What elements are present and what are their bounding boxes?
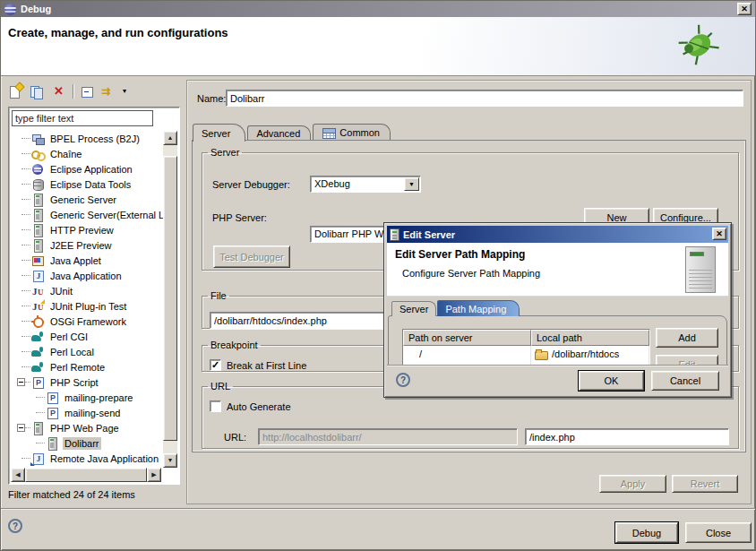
tree-item-perl-remote[interactable]: Perl Remote <box>9 359 163 375</box>
dialog-title-bar[interactable]: Edit Server <box>387 226 728 243</box>
chain-icon <box>30 147 45 161</box>
dialog-help-icon[interactable]: ? <box>396 373 410 387</box>
filter-input[interactable] <box>12 110 153 126</box>
footer-separator <box>1 508 755 510</box>
eclipse-icon <box>4 4 16 15</box>
break-first-line-checkbox[interactable]: ✓ <box>210 359 221 371</box>
edit-server-dialog: Edit Server ✕ Edit Server Path Mapping C… <box>383 222 732 398</box>
title-bar[interactable]: Debug <box>1 1 755 17</box>
scroll-right-icon[interactable]: ▶ <box>147 468 161 482</box>
url-base-input[interactable] <box>258 428 518 445</box>
php-icon <box>30 375 45 390</box>
scroll-left-icon[interactable]: ◀ <box>11 468 25 482</box>
tree-item-java-applet[interactable]: Java Applet <box>9 253 163 268</box>
server-icon <box>30 238 45 253</box>
scrollbar-thumb[interactable] <box>25 468 147 482</box>
tree-item-eclipse-data-tools[interactable]: Eclipse Data Tools <box>9 176 163 192</box>
table-row[interactable]: / /dolibarr/htdocs <box>403 346 649 362</box>
cancel-button[interactable]: Cancel <box>651 371 719 391</box>
tree-item-php-web-page[interactable]: PHP Web Page <box>9 420 163 435</box>
database-icon <box>30 177 45 192</box>
tree-item-php-script[interactable]: PHP Script <box>9 375 163 390</box>
tree-item-perl-cgi[interactable]: Perl CGI <box>9 329 163 344</box>
server-debugger-select[interactable]: XDebug ▼ <box>310 176 421 193</box>
junit-icon <box>30 284 45 298</box>
window-close-button[interactable]: ✕ <box>737 3 752 15</box>
computer-icon <box>30 132 45 146</box>
auto-generate-label: Auto Generate <box>227 401 291 412</box>
dialog-header: Edit Server Path Mapping Configure Serve… <box>387 243 728 297</box>
tree-item-perl-local[interactable]: Perl Local <box>9 344 163 359</box>
dialog-close-button[interactable]: ✕ <box>712 228 726 240</box>
dialog-tab-server[interactable]: Server <box>391 301 436 316</box>
tree-item-generic-server[interactable]: Generic Server <box>9 192 163 207</box>
column-path-on-server[interactable]: Path on server <box>403 330 531 346</box>
scroll-down-icon[interactable]: ▼ <box>163 453 177 468</box>
tree-item-chaine[interactable]: Chaîne <box>9 146 163 161</box>
server-tower-icon <box>685 246 716 293</box>
tree-item-mailing-prepare[interactable]: mailing-prepare <box>9 390 163 405</box>
apply-button[interactable]: Apply <box>599 475 666 493</box>
dialog-tab-path-mapping[interactable]: Path Mapping <box>437 300 520 316</box>
tree-vertical-scrollbar[interactable]: ▲ ▼ <box>163 131 177 468</box>
close-icon: ✕ <box>716 229 723 238</box>
debug-button[interactable]: Debug <box>615 522 678 543</box>
dropdown-button[interactable]: ▼ <box>404 177 419 191</box>
add-mapping-button[interactable]: Add <box>656 328 718 348</box>
collapse-toggle-icon[interactable] <box>17 424 25 432</box>
ok-button[interactable]: OK <box>579 371 644 391</box>
tree-item-generic-server-external[interactable]: Generic Server(External La <box>9 207 163 222</box>
chevron-down-icon: ▼ <box>408 181 415 187</box>
php-icon <box>45 391 59 405</box>
tab-server[interactable]: Server <box>193 124 245 142</box>
debug-window: Debug ✕ Create, manage, and run configur… <box>0 0 756 551</box>
close-button[interactable]: Close <box>685 522 752 543</box>
filter-icon[interactable]: ⇉ <box>101 84 116 99</box>
collapse-toggle-icon[interactable] <box>17 378 25 386</box>
tab-advanced[interactable]: Advanced <box>247 125 311 141</box>
config-tree-panel: BPEL Process (B2J) Chaîne Eclipse Applic… <box>8 107 180 485</box>
tree-item-junit[interactable]: JUnit <box>9 283 163 298</box>
new-config-icon[interactable] <box>8 84 23 99</box>
close-icon: ✕ <box>741 4 748 13</box>
revert-button[interactable]: Revert <box>672 475 738 493</box>
java-icon <box>30 269 45 283</box>
file-group-legend: File <box>208 290 229 301</box>
tree-item-mailing-send[interactable]: mailing-send <box>9 405 163 420</box>
url-path-input[interactable] <box>525 428 729 445</box>
auto-generate-checkbox[interactable] <box>210 400 221 412</box>
toolbar-menu-arrow-icon[interactable]: ▾ <box>123 84 132 99</box>
scrollbar-thumb[interactable] <box>163 156 177 441</box>
test-debugger-button[interactable]: Test Debugger <box>213 245 290 268</box>
tree-item-eclipse-application[interactable]: Eclipse Application <box>9 161 163 176</box>
server-icon <box>390 228 399 241</box>
camel-icon <box>30 345 45 359</box>
tab-common[interactable]: Common <box>313 124 391 141</box>
name-label: Name: <box>197 93 226 104</box>
scroll-up-icon[interactable]: ▲ <box>163 131 177 145</box>
server-debugger-label: Server Debugger: <box>212 179 290 190</box>
applet-icon <box>30 254 45 268</box>
config-toolbar: ✕ ⇉ ▾ <box>8 82 132 100</box>
help-icon[interactable]: ? <box>8 519 22 533</box>
tree-item-java-application[interactable]: Java Application <box>9 268 163 283</box>
tree-item-bpel-process[interactable]: BPEL Process (B2J) <box>9 131 163 146</box>
php-server-label: PHP Server: <box>212 212 267 223</box>
tree-item-remote-java-application[interactable]: Remote Java Application <box>9 451 163 466</box>
tree-item-junit-plugin-test[interactable]: JUnit Plug-in Test <box>9 298 163 314</box>
tree-item-http-preview[interactable]: HTTP Preview <box>9 222 163 237</box>
folder-icon <box>535 349 548 359</box>
tree-item-dolibarr[interactable]: Dolibarr <box>9 435 163 451</box>
camel-icon <box>30 330 45 344</box>
collapse-all-icon[interactable] <box>80 84 95 99</box>
window-title: Debug <box>21 4 51 14</box>
name-input[interactable] <box>226 90 743 107</box>
tree-item-j2ee-preview[interactable]: J2EE Preview <box>9 237 163 253</box>
breakpoint-group-legend: Breakpoint <box>208 340 261 350</box>
duplicate-config-icon[interactable] <box>30 84 45 99</box>
server-debugger-value: XDebug <box>314 178 350 189</box>
tree-horizontal-scrollbar[interactable]: ◀ ▶ <box>11 468 161 482</box>
delete-config-icon[interactable]: ✕ <box>51 84 66 99</box>
tree-item-osgi-framework[interactable]: OSGi Framework <box>9 314 163 329</box>
column-local-path[interactable]: Local path <box>531 330 649 346</box>
